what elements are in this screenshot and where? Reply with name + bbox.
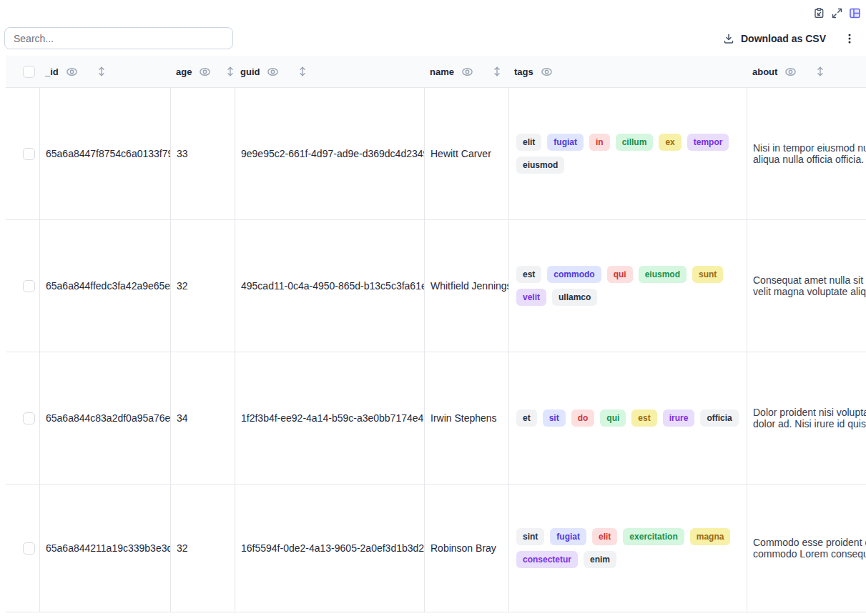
tag-badge: qui	[600, 409, 626, 427]
column-label: guid	[240, 66, 260, 77]
cell-tags: est commodo qui eiusmod sunt velit ullam…	[508, 220, 747, 352]
cell-name: Whitfield Jennings	[424, 220, 508, 352]
data-table: _id age guid name tags a	[6, 56, 866, 612]
window-toolbar	[812, 6, 861, 19]
column-label: name	[430, 66, 454, 77]
about-line: Consequat amet nulla sit au	[753, 274, 866, 286]
column-header-tags: tags	[508, 56, 747, 87]
tag-badge: ullamco	[552, 289, 597, 306]
cell-guid: 9e9e95c2-661f-4d97-ad9e-d369dc4d2349	[235, 88, 424, 219]
table-row: 65a6a8447f8754c6a0133f79 33 9e9e95c2-661…	[6, 88, 866, 220]
about-line: aliqua nulla officia officia. A	[753, 154, 866, 165]
tag-badge: fugiat	[547, 134, 584, 151]
eye-icon[interactable]	[461, 66, 473, 78]
row-checkbox[interactable]	[23, 542, 35, 555]
eye-icon[interactable]	[199, 66, 211, 78]
table-view-icon[interactable]	[848, 6, 861, 19]
tag-badge: tempor	[687, 134, 729, 151]
cell-name: Irwin Stephens	[424, 352, 508, 484]
column-header-id: _id	[39, 56, 170, 87]
toolbar-right: Download as CSV	[723, 31, 856, 46]
toolbar: Download as CSV	[4, 27, 856, 49]
eye-icon[interactable]	[784, 66, 797, 78]
cell-tags: sint fugiat elit exercitation magna cons…	[508, 485, 747, 612]
table-row: 65a6a844211a19c339b3e3d3 32 16f5594f-0de…	[6, 485, 866, 612]
download-csv-button[interactable]: Download as CSV	[723, 33, 826, 44]
download-icon	[723, 33, 734, 44]
tag-badge: cillum	[616, 134, 654, 151]
about-line: dolor ad. Nisi irure id quis e	[753, 418, 866, 429]
table-row: 65a6a844c83a2df0a95a76ee 34 1f2f3b4f-ee9…	[6, 352, 866, 485]
tag-badge: et	[516, 409, 537, 427]
column-label: age	[176, 66, 192, 77]
tag-badge: sit	[543, 409, 566, 427]
download-csv-label: Download as CSV	[741, 33, 826, 44]
cell-guid: 16f5594f-0de2-4a13-9605-2a0ef3d1b3d2	[235, 485, 424, 612]
cell-id: 65a6a844211a19c339b3e3d3	[39, 485, 170, 612]
row-checkbox[interactable]	[23, 280, 35, 292]
column-header-age: age	[170, 56, 235, 87]
cell-age: 32	[170, 485, 235, 612]
column-header-about: about	[747, 56, 866, 87]
row-select-cell	[6, 88, 39, 219]
eye-icon[interactable]	[267, 66, 279, 78]
cell-name: Hewitt Carver	[424, 88, 508, 219]
tag-badge: consectetur	[516, 551, 578, 568]
eye-icon[interactable]	[66, 66, 78, 78]
tag-badge: irure	[663, 409, 695, 427]
tag-badge: ex	[659, 134, 681, 151]
table-header-row: _id age guid name tags a	[6, 56, 866, 88]
cell-about: Consequat amet nulla sit au velit magna …	[747, 220, 866, 352]
cell-tags: elit fugiat in cillum ex tempor eiusmod	[508, 88, 747, 219]
tag-badge: eiusmod	[516, 157, 564, 174]
tag-badge: est	[516, 266, 541, 283]
table-row: 65a6a844ffedc3fa42a9e65e 32 495cad11-0c4…	[6, 220, 866, 352]
row-select-cell	[6, 220, 39, 352]
tag-badge: officia	[700, 409, 738, 427]
about-line: Nisi in tempor eiusmod nulla	[753, 142, 866, 154]
eye-icon[interactable]	[541, 66, 553, 78]
tag-badge: exercitation	[623, 528, 684, 545]
about-line: velit magna voluptate aliqu	[753, 286, 866, 297]
cell-id: 65a6a844ffedc3fa42a9e65e	[39, 220, 170, 352]
column-header-guid: guid	[235, 56, 424, 87]
about-line: commodo Lorem consequa	[753, 548, 866, 560]
row-checkbox[interactable]	[23, 148, 35, 160]
tag-badge: magna	[690, 528, 731, 545]
header-select-cell	[6, 56, 39, 87]
cell-about: Dolor proident nisi voluptat dolor ad. N…	[747, 352, 866, 484]
sort-icon[interactable]	[297, 66, 307, 77]
tag-badge: est	[631, 409, 656, 427]
search-input[interactable]	[4, 27, 233, 49]
sort-icon[interactable]	[815, 66, 825, 77]
cell-about: Commodo esse proident ex commodo Lorem c…	[747, 485, 866, 612]
column-label: about	[752, 66, 777, 77]
tag-badge: in	[589, 134, 610, 151]
row-checkbox[interactable]	[23, 412, 35, 424]
cell-id: 65a6a844c83a2df0a95a76ee	[39, 352, 170, 484]
expand-icon[interactable]	[830, 6, 843, 19]
cell-guid: 1f2f3b4f-ee92-4a14-b59c-a3e0bb7174e4	[235, 352, 424, 484]
tag-badge: elit	[592, 528, 617, 545]
cell-name: Robinson Bray	[424, 485, 508, 612]
sort-icon[interactable]	[492, 66, 502, 77]
row-select-cell	[6, 485, 39, 612]
cell-tags: et sit do qui est irure officia	[508, 352, 747, 484]
sort-icon[interactable]	[97, 66, 107, 77]
tag-badge: eiusmod	[639, 266, 687, 283]
cell-age: 34	[170, 352, 235, 484]
column-header-name: name	[424, 56, 508, 87]
row-select-cell	[6, 352, 39, 484]
column-label: tags	[514, 66, 533, 77]
tag-badge: commodo	[547, 266, 601, 283]
select-all-checkbox[interactable]	[23, 66, 35, 78]
tag-badge: fugiat	[550, 528, 586, 545]
tag-badge: sint	[516, 528, 544, 545]
copy-to-clipboard-icon[interactable]	[812, 6, 825, 19]
tag-badge: velit	[516, 289, 546, 306]
column-label: _id	[45, 66, 59, 77]
tag-badge: qui	[607, 266, 633, 283]
about-line: Dolor proident nisi voluptat	[753, 407, 866, 418]
more-options-icon[interactable]	[843, 31, 856, 46]
tag-badge: enim	[584, 551, 616, 568]
